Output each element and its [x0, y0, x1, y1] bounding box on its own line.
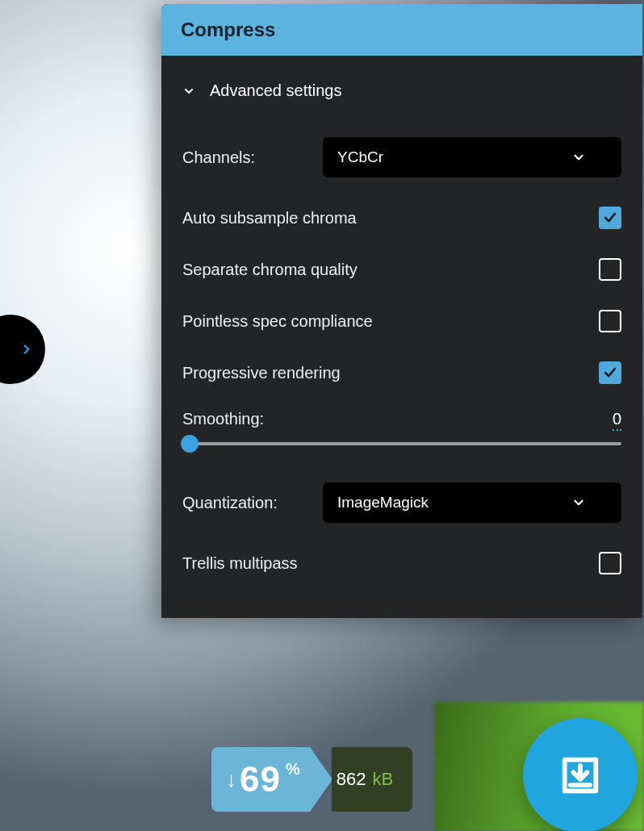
quantization-select[interactable]: ImageMagick — [323, 482, 621, 523]
auto-subsample-checkbox[interactable] — [599, 207, 621, 229]
download-button[interactable] — [523, 718, 638, 831]
quantization-value: ImageMagick — [337, 494, 429, 512]
chevron-right-icon — [19, 342, 34, 357]
filesize-badge: 862 kB — [332, 747, 412, 812]
smoothing-slider-thumb[interactable] — [181, 435, 199, 453]
percent-symbol: % — [286, 760, 300, 779]
reduction-percent: 69 — [240, 759, 281, 800]
check-icon — [602, 210, 618, 226]
auto-subsample-label: Auto subsample chroma — [182, 209, 357, 228]
spec-compliance-checkbox[interactable] — [599, 310, 621, 332]
chevron-down-icon — [182, 85, 195, 98]
smoothing-value[interactable]: 0 — [613, 410, 621, 431]
trellis-label: Trellis multipass — [182, 554, 298, 573]
quantization-label: Quantization: — [182, 494, 278, 512]
reduction-badge: ↓ 69 % — [211, 747, 310, 812]
spec-compliance-row: Pointless spec compliance — [182, 295, 621, 347]
spec-compliance-label: Pointless spec compliance — [182, 312, 373, 331]
channels-row: Channels: YCbCr — [182, 123, 621, 192]
compress-panel: Compress Advanced settings Channels: YCb… — [161, 4, 642, 618]
channels-select[interactable]: YCbCr — [323, 137, 621, 177]
chevron-down-icon — [571, 495, 586, 510]
smoothing-label: Smoothing: — [182, 410, 264, 431]
download-icon — [557, 752, 604, 799]
smoothing-slider[interactable] — [182, 442, 621, 445]
separate-chroma-label: Separate chroma quality — [182, 261, 358, 279]
check-icon — [602, 365, 618, 381]
channels-label: Channels: — [182, 148, 255, 167]
filesize-value: 862 — [337, 769, 366, 790]
filesize-unit: kB — [372, 769, 393, 790]
panel-body: Advanced settings Channels: YCbCr Auto s… — [161, 56, 642, 618]
progressive-checkbox[interactable] — [599, 361, 621, 384]
quantization-row: Quantization: ImageMagick — [182, 468, 621, 537]
progressive-row: Progressive rendering — [182, 347, 621, 399]
auto-subsample-row: Auto subsample chroma — [182, 192, 621, 244]
trellis-checkbox[interactable] — [599, 552, 621, 574]
separate-chroma-row: Separate chroma quality — [182, 244, 621, 295]
smoothing-row: Smoothing: 0 — [182, 399, 621, 468]
progressive-label: Progressive rendering — [182, 364, 341, 382]
trellis-row: Trellis multipass — [182, 537, 621, 589]
panel-title: Compress — [161, 4, 642, 56]
arrow-down-icon: ↓ — [226, 767, 236, 792]
chevron-down-icon — [571, 150, 586, 165]
advanced-settings-toggle[interactable]: Advanced settings — [182, 69, 621, 123]
separate-chroma-checkbox[interactable] — [599, 258, 621, 281]
badge-chevron — [310, 747, 332, 812]
channels-value: YCbCr — [337, 148, 383, 166]
result-footer: ↓ 69 % 862 kB — [211, 747, 412, 812]
advanced-settings-label: Advanced settings — [210, 81, 341, 100]
